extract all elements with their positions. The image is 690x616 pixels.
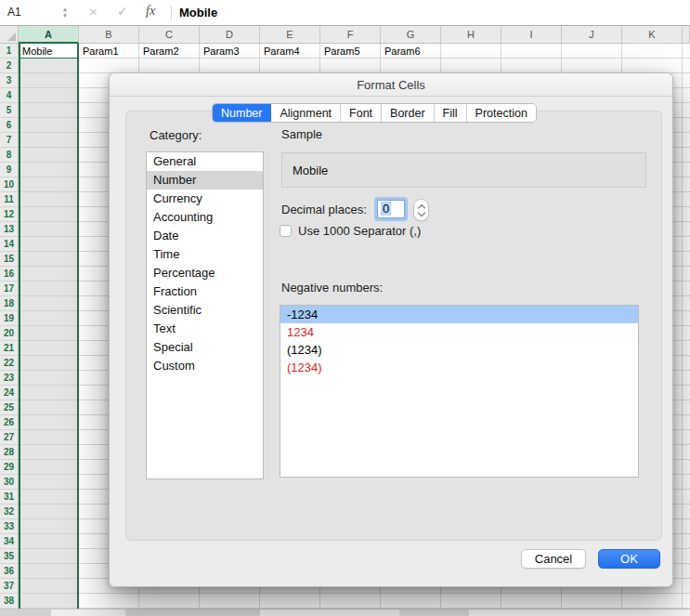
row-header-18[interactable]: 18: [0, 296, 19, 311]
category-item-date[interactable]: Date: [147, 227, 263, 245]
category-item-text[interactable]: Text: [147, 320, 263, 338]
category-item-general[interactable]: General: [147, 152, 263, 171]
category-item-number[interactable]: Number: [147, 171, 263, 190]
insert-function-icon[interactable]: fx: [146, 4, 155, 19]
cell-reference-box[interactable]: A1: [7, 6, 21, 19]
cell-i1[interactable]: [501, 44, 562, 59]
row-header-26[interactable]: 26: [0, 415, 19, 430]
negative-format-option-1[interactable]: 1234: [280, 323, 638, 341]
cancel-entry-icon[interactable]: ×: [89, 4, 98, 20]
negative-format-option-3[interactable]: (1234): [280, 359, 638, 376]
row-header-23[interactable]: 23: [0, 371, 19, 386]
row-header-7[interactable]: 7: [0, 133, 19, 148]
row-header-24[interactable]: 24: [0, 386, 19, 400]
row-header-29[interactable]: 29: [0, 460, 19, 475]
row-header-1[interactable]: 1: [0, 44, 19, 59]
column-header-j[interactable]: J: [562, 26, 622, 44]
cell-b1[interactable]: Param1: [79, 44, 139, 59]
row-header-21[interactable]: 21: [0, 341, 19, 356]
row-header-37[interactable]: 37: [0, 579, 19, 594]
row-header-3[interactable]: 3: [0, 73, 19, 88]
ok-button[interactable]: OK: [598, 549, 660, 569]
row-header-27[interactable]: 27: [0, 430, 19, 445]
confirm-entry-icon[interactable]: ✓: [117, 4, 128, 19]
row-header-2[interactable]: 2: [0, 59, 19, 73]
decimal-places-input[interactable]: 0: [374, 197, 408, 221]
column-header-h[interactable]: H: [441, 26, 501, 44]
negative-format-option-2[interactable]: (1234): [280, 341, 638, 359]
cell-c1[interactable]: Param2: [139, 44, 200, 59]
category-item-accounting[interactable]: Accounting: [147, 208, 263, 227]
cell-g1[interactable]: Param6: [381, 44, 441, 59]
category-item-scientific[interactable]: Scientific: [147, 301, 263, 320]
tab-protection[interactable]: Protection: [467, 104, 536, 122]
cell-a1[interactable]: Mobile: [19, 44, 79, 59]
formula-bar-input[interactable]: Mobile: [179, 6, 217, 20]
category-item-time[interactable]: Time: [147, 245, 263, 264]
tab-alignment[interactable]: Alignment: [271, 104, 341, 122]
row-header-16[interactable]: 16: [0, 267, 19, 282]
category-item-fraction[interactable]: Fraction: [147, 282, 263, 301]
select-all-corner[interactable]: [0, 26, 19, 44]
row-header-6[interactable]: 6: [0, 118, 19, 133]
cell-k1[interactable]: [622, 44, 683, 59]
tab-font[interactable]: Font: [341, 104, 382, 122]
row-header-19[interactable]: 19: [0, 311, 19, 326]
cancel-button[interactable]: Cancel: [521, 549, 586, 569]
cell-f1[interactable]: Param5: [320, 44, 381, 59]
negative-format-option-0[interactable]: -1234: [280, 306, 638, 323]
row-header-9[interactable]: 9: [0, 163, 19, 177]
column-header-d[interactable]: D: [200, 26, 260, 44]
column-header-b[interactable]: B: [79, 26, 139, 44]
selected-column-a[interactable]: [19, 44, 79, 609]
category-item-currency[interactable]: Currency: [147, 190, 263, 208]
row-header-22[interactable]: 22: [0, 356, 19, 371]
column-header-k[interactable]: K: [622, 26, 683, 44]
tab-number[interactable]: Number: [213, 104, 271, 122]
row-header-12[interactable]: 12: [0, 207, 19, 222]
tab-border[interactable]: Border: [382, 104, 435, 122]
category-item-special[interactable]: Special: [147, 338, 263, 357]
row-header-13[interactable]: 13: [0, 222, 19, 237]
stepper-down-icon[interactable]: [418, 209, 425, 216]
sheet-tabs-strip: [0, 609, 690, 616]
use-1000-separator-checkbox[interactable]: [280, 225, 292, 237]
row-header-31[interactable]: 31: [0, 490, 19, 505]
row-header-33[interactable]: 33: [0, 519, 19, 534]
row-header-25[interactable]: 25: [0, 400, 19, 415]
row-header-8[interactable]: 8: [0, 148, 19, 163]
negative-numbers-list: -12341234(1234)(1234): [280, 305, 639, 478]
column-header-c[interactable]: C: [139, 26, 200, 44]
name-box-stepper-icon[interactable]: ▲▼: [59, 3, 71, 23]
column-header-f[interactable]: F: [320, 26, 381, 44]
row-header-14[interactable]: 14: [0, 237, 19, 252]
column-header-a[interactable]: A: [19, 26, 79, 44]
row-header-11[interactable]: 11: [0, 192, 19, 207]
cell-e1[interactable]: Param4: [260, 44, 320, 59]
cell-j1[interactable]: [562, 44, 622, 59]
column-header-g[interactable]: G: [381, 26, 441, 44]
row-header-30[interactable]: 30: [0, 475, 19, 490]
row-header-32[interactable]: 32: [0, 505, 19, 519]
category-item-custom[interactable]: Custom: [147, 357, 263, 375]
cell-h1[interactable]: [441, 44, 501, 59]
row-header-4[interactable]: 4: [0, 88, 19, 103]
dialog-title[interactable]: Format Cells: [110, 73, 672, 97]
row-header-5[interactable]: 5: [0, 103, 19, 118]
row-header-17[interactable]: 17: [0, 282, 19, 296]
column-header-e[interactable]: E: [260, 26, 320, 44]
decimal-places-value: 0: [381, 202, 391, 216]
row-header-28[interactable]: 28: [0, 445, 19, 460]
row-header-15[interactable]: 15: [0, 252, 19, 267]
decimal-places-stepper[interactable]: [413, 199, 429, 221]
row-header-20[interactable]: 20: [0, 326, 19, 341]
cell-d1[interactable]: Param3: [200, 44, 260, 59]
row-header-10[interactable]: 10: [0, 177, 19, 192]
category-item-percentage[interactable]: Percentage: [147, 264, 263, 282]
column-header-i[interactable]: I: [501, 26, 562, 44]
row-header-36[interactable]: 36: [0, 564, 19, 579]
row-header-34[interactable]: 34: [0, 534, 19, 549]
tab-fill[interactable]: Fill: [435, 104, 467, 122]
row-header-38[interactable]: 38: [0, 594, 19, 609]
row-header-35[interactable]: 35: [0, 549, 19, 564]
